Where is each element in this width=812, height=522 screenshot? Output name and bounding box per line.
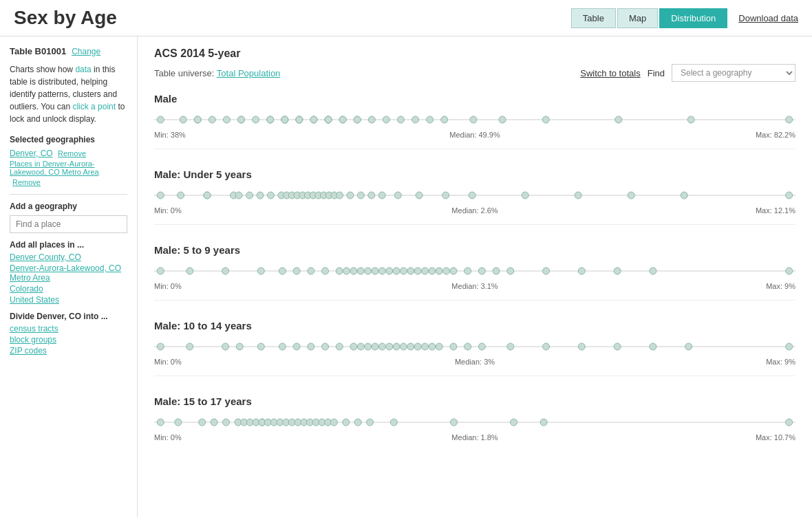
svg-point-167 bbox=[343, 419, 350, 426]
geo-denver-remove[interactable]: Remove bbox=[58, 149, 86, 157]
svg-point-107 bbox=[650, 268, 656, 274]
svg-point-173 bbox=[540, 419, 547, 426]
divide-census-tracts[interactable]: census tracts bbox=[10, 324, 127, 334]
svg-point-48 bbox=[267, 192, 274, 199]
svg-point-36 bbox=[615, 116, 622, 123]
chart-median-3: Median: 3% bbox=[455, 358, 495, 366]
svg-point-32 bbox=[441, 116, 448, 123]
chart-max-2: Max: 9% bbox=[766, 282, 795, 290]
dot-chart-svg-0[interactable] bbox=[154, 110, 795, 129]
geo-item-places: Places in Denver-Aurora-Lakewood, CO Met… bbox=[10, 160, 127, 187]
table-info: Table B01001 Change bbox=[10, 46, 127, 56]
svg-point-135 bbox=[478, 343, 485, 350]
svg-point-4 bbox=[194, 116, 201, 123]
dot-chart-svg-3[interactable] bbox=[154, 337, 795, 356]
svg-point-93 bbox=[407, 268, 414, 274]
divide-title: Divide Denver, CO into ... bbox=[10, 312, 127, 321]
chart-min-0: Min: 38% bbox=[154, 131, 186, 139]
svg-point-27 bbox=[368, 116, 375, 123]
svg-point-131 bbox=[429, 343, 436, 350]
geo-denver-link[interactable]: Denver, CO bbox=[10, 149, 53, 158]
geo-select[interactable]: Select a geography bbox=[672, 64, 795, 82]
svg-point-79 bbox=[279, 268, 286, 274]
table-nav-button[interactable]: Table bbox=[571, 8, 616, 28]
divide-zip-codes[interactable]: ZIP codes bbox=[10, 346, 127, 356]
chart-divider-3 bbox=[154, 376, 795, 376]
geo-places-link[interactable]: Places in Denver-Aurora-Lakewood, CO Met… bbox=[10, 160, 127, 176]
switch-totals-link[interactable]: Switch to totals bbox=[580, 68, 640, 78]
find-place-input[interactable] bbox=[10, 215, 127, 233]
svg-point-139 bbox=[614, 343, 621, 350]
universe-controls: Switch to totals Find Select a geography bbox=[580, 64, 795, 82]
svg-point-123 bbox=[372, 343, 378, 350]
main-content: ACS 2014 5-year Table universe: Total Po… bbox=[138, 36, 812, 517]
table-id-label: Table B01001 bbox=[10, 46, 66, 56]
chart-median-0: Median: 49.9% bbox=[449, 131, 500, 139]
add-all-us[interactable]: United States bbox=[10, 295, 127, 305]
svg-point-115 bbox=[279, 343, 286, 350]
data-link[interactable]: data bbox=[75, 65, 91, 74]
svg-point-116 bbox=[293, 343, 300, 350]
chart-section-4: Male: 15 to 17 yearsMin: 0%Median: 1.8%M… bbox=[154, 395, 795, 442]
svg-point-119 bbox=[336, 343, 343, 350]
svg-point-81 bbox=[308, 268, 314, 274]
svg-point-148 bbox=[223, 419, 230, 426]
svg-point-2 bbox=[180, 116, 186, 123]
svg-point-6 bbox=[223, 116, 230, 123]
svg-point-120 bbox=[350, 343, 357, 350]
distribution-nav-button[interactable]: Distribution bbox=[659, 8, 727, 28]
change-table-link[interactable]: Change bbox=[72, 47, 100, 56]
svg-point-128 bbox=[407, 343, 414, 350]
add-all-metro[interactable]: Denver-Aurora-Lakewood, CO Metro Area bbox=[10, 263, 127, 283]
map-nav-button[interactable]: Map bbox=[617, 8, 658, 28]
svg-point-140 bbox=[650, 343, 656, 350]
svg-point-87 bbox=[365, 268, 372, 274]
chart-max-3: Max: 9% bbox=[766, 358, 795, 366]
divide-block-groups[interactable]: block groups bbox=[10, 335, 127, 345]
svg-point-113 bbox=[236, 343, 243, 350]
svg-point-45 bbox=[235, 192, 242, 199]
add-all-colorado[interactable]: Colorado bbox=[10, 284, 127, 294]
dot-chart-svg-1[interactable] bbox=[154, 186, 795, 205]
svg-point-29 bbox=[397, 116, 404, 123]
chart-min-3: Min: 0% bbox=[154, 358, 182, 366]
chart-stats-0: Min: 38%Median: 49.9%Max: 82.2% bbox=[154, 131, 795, 139]
svg-point-68 bbox=[469, 192, 476, 199]
svg-point-103 bbox=[507, 268, 514, 274]
click-point-link[interactable]: click a point bbox=[72, 102, 116, 111]
find-label: Find bbox=[648, 68, 665, 78]
chart-median-2: Median: 3.1% bbox=[451, 282, 498, 290]
acs-title: ACS 2014 5-year bbox=[154, 47, 795, 60]
chart-section-2: Male: 5 to 9 yearsMin: 0%Median: 3.1%Max… bbox=[154, 244, 795, 301]
add-all-title: Add all places in ... bbox=[10, 240, 127, 250]
charts-container: MaleMin: 38%Median: 49.9%Max: 82.2%Male:… bbox=[154, 93, 795, 442]
universe-text: Table universe: Total Population bbox=[154, 68, 280, 78]
download-data-link[interactable]: Download data bbox=[738, 13, 798, 23]
selected-geographies-title: Selected geographies bbox=[10, 135, 127, 144]
svg-point-67 bbox=[442, 192, 449, 199]
svg-point-77 bbox=[222, 268, 229, 274]
universe-link[interactable]: Total Population bbox=[217, 68, 281, 78]
svg-point-22 bbox=[325, 116, 332, 123]
chart-section-3: Male: 10 to 14 yearsMin: 0%Median: 3%Max… bbox=[154, 320, 795, 376]
svg-point-47 bbox=[257, 192, 264, 199]
svg-point-33 bbox=[470, 116, 477, 123]
svg-point-118 bbox=[322, 343, 329, 350]
svg-point-82 bbox=[322, 268, 329, 274]
chart-min-1: Min: 0% bbox=[154, 206, 182, 215]
add-geography-title: Add a geography bbox=[10, 202, 127, 211]
svg-point-168 bbox=[354, 419, 361, 426]
chart-stats-1: Min: 0%Median: 2.6%Max: 12.1% bbox=[154, 206, 795, 215]
chart-min-4: Min: 0% bbox=[154, 433, 182, 442]
svg-point-78 bbox=[257, 268, 264, 274]
svg-point-94 bbox=[414, 268, 421, 274]
svg-point-137 bbox=[543, 343, 550, 350]
svg-point-70 bbox=[575, 192, 581, 199]
geo-places-remove[interactable]: Remove bbox=[12, 178, 41, 186]
chart-title-1: Male: Under 5 years bbox=[154, 168, 795, 180]
dot-chart-svg-2[interactable] bbox=[154, 261, 795, 281]
svg-point-145 bbox=[175, 419, 182, 426]
add-all-denver-county[interactable]: Denver County, CO bbox=[10, 252, 127, 262]
dot-chart-svg-4[interactable] bbox=[154, 413, 795, 432]
chart-max-0: Max: 82.2% bbox=[756, 131, 795, 139]
